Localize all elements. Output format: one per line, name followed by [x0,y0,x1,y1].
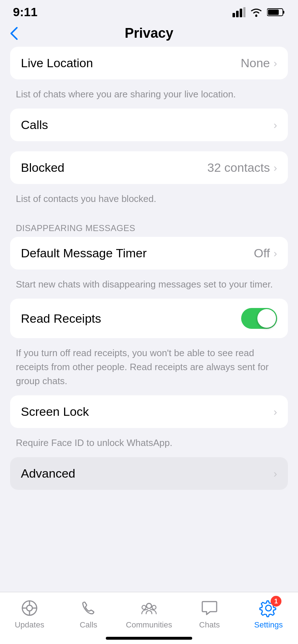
disappearing-messages-header: DISAPPEARING MESSAGES [10,213,288,237]
communities-icon [139,598,159,618]
updates-icon [19,598,40,618]
svg-point-16 [152,606,156,610]
calls-card: Calls › [10,109,288,141]
page-title: Privacy [125,26,173,41]
svg-rect-6 [283,11,284,14]
back-button[interactable] [10,27,18,40]
blocked-label: Blocked [21,161,64,175]
blocked-value: 32 contacts › [207,161,277,175]
default-timer-value: Off › [254,246,277,260]
read-receipts-note: If you turn off read receipts, you won't… [10,342,288,395]
screen-lock-card: Screen Lock › [10,395,288,428]
read-receipts-label: Read Receipts [21,312,101,326]
tab-chats-label: Chats [199,620,220,630]
screen-lock-value: › [274,406,277,418]
default-timer-note: Start new chats with disappearing messag… [10,273,288,299]
svg-rect-3 [243,7,245,17]
tab-calls[interactable]: Calls [67,598,110,630]
toggle-knob [257,309,276,328]
tab-calls-label: Calls [80,620,97,630]
live-location-value: None › [241,56,277,70]
advanced-value: › [274,468,277,480]
svg-point-14 [146,603,152,608]
screen-lock-label: Screen Lock [21,405,89,419]
live-location-chevron: › [274,57,277,69]
calls-value: › [274,119,277,131]
content-area: Live Location None › List of chats where… [0,47,298,565]
live-location-card: Live Location None › [10,47,288,79]
default-timer-label: Default Message Timer [21,246,147,260]
blocked-note: List of contacts you have blocked. [10,188,288,213]
advanced-label: Advanced [21,466,75,480]
status-icons [232,7,285,17]
status-bar: 9:11 [0,0,298,22]
battery-icon [267,8,285,17]
advanced-item[interactable]: Advanced › [10,457,288,490]
svg-point-4 [255,15,257,17]
default-timer-item[interactable]: Default Message Timer Off › [10,237,288,270]
live-location-label: Live Location [21,56,93,70]
svg-rect-0 [232,13,235,17]
svg-point-15 [142,606,146,610]
tab-updates[interactable]: Updates [8,598,51,630]
nav-bar: Privacy [0,22,298,47]
read-receipts-item[interactable]: Read Receipts [10,299,288,338]
settings-badge: 1 [271,596,281,607]
svg-point-17 [266,605,271,611]
live-location-note: List of chats where you are sharing your… [10,83,288,109]
advanced-chevron: › [274,468,277,480]
svg-rect-1 [236,11,239,17]
tab-updates-label: Updates [15,620,44,630]
tab-bar: Updates Calls Communities [0,592,298,644]
advanced-card: Advanced › [10,457,288,490]
tab-chats[interactable]: Chats [188,598,231,630]
screen-lock-note: Require Face ID to unlock WhatsApp. [10,432,288,457]
default-timer-chevron: › [274,247,277,259]
default-timer-card: Default Message Timer Off › [10,237,288,270]
blocked-item[interactable]: Blocked 32 contacts › [10,151,288,184]
tab-settings[interactable]: 1 Settings [247,598,290,630]
chats-icon [199,598,220,618]
read-receipts-card: Read Receipts [10,299,288,338]
signal-icon [232,7,245,17]
read-receipts-toggle[interactable] [241,308,277,329]
screen-lock-item[interactable]: Screen Lock › [10,395,288,428]
calls-label: Calls [21,118,48,132]
blocked-card: Blocked 32 contacts › [10,151,288,184]
svg-point-9 [27,605,32,611]
live-location-item[interactable]: Live Location None › [10,47,288,79]
tab-communities[interactable]: Communities [126,598,172,630]
tab-settings-label: Settings [254,620,283,630]
screen-lock-chevron: › [274,406,277,418]
calls-chevron: › [274,119,277,131]
settings-icon: 1 [258,598,279,618]
home-indicator [106,637,192,640]
blocked-chevron: › [274,162,277,174]
wifi-icon [250,7,263,17]
svg-rect-2 [240,9,242,17]
status-time: 9:11 [13,5,37,19]
calls-tab-icon [78,598,99,618]
tab-communities-label: Communities [126,620,172,630]
calls-item[interactable]: Calls › [10,109,288,141]
svg-rect-7 [268,9,279,15]
